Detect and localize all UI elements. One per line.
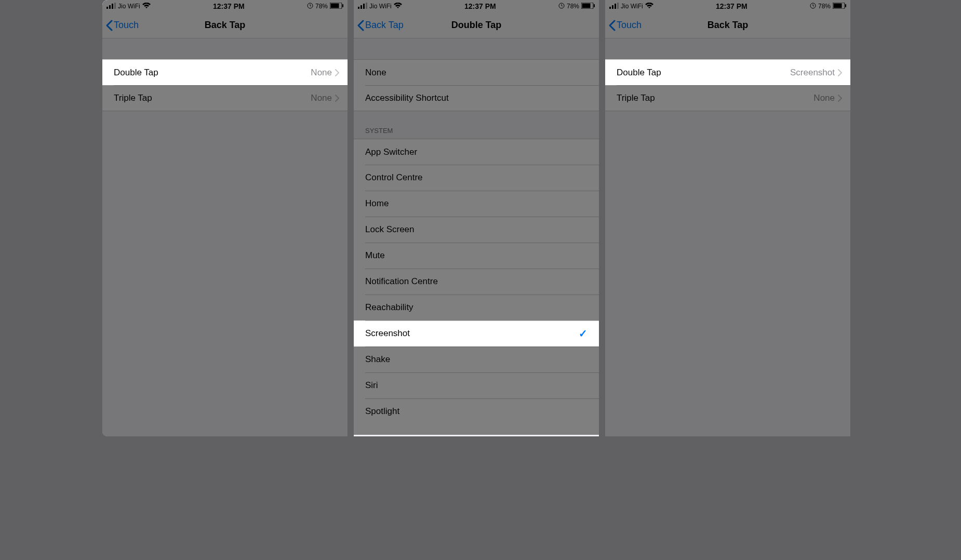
battery-icon (833, 3, 846, 10)
option-spotlight[interactable]: Spotlight (354, 398, 599, 424)
phone-screen-3: Jio WiFi 12:37 PM 78% (605, 0, 850, 436)
svg-rect-14 (582, 3, 591, 8)
back-button[interactable]: Touch (102, 20, 139, 31)
svg-rect-11 (366, 3, 367, 9)
svg-rect-16 (609, 7, 611, 9)
svg-rect-15 (594, 4, 595, 7)
svg-rect-19 (617, 3, 619, 9)
chevron-left-icon (357, 20, 364, 31)
status-time: 12:37 PM (464, 2, 496, 10)
option-label: Screenshot (365, 328, 410, 339)
row-label: Double Tap (617, 68, 661, 78)
checkmark-icon: ✓ (579, 327, 588, 340)
option-app-switcher[interactable]: App Switcher (354, 139, 599, 165)
battery-percent: 78% (818, 3, 831, 10)
svg-rect-3 (114, 3, 116, 9)
signal-icon (358, 3, 367, 10)
battery-icon (330, 3, 343, 10)
back-label: Touch (617, 20, 642, 31)
option-none[interactable]: None (354, 59, 599, 85)
row-value: Screenshot (790, 68, 835, 78)
row-label: Triple Tap (617, 93, 655, 103)
chevron-left-icon (105, 20, 113, 31)
option-label: Home (365, 198, 389, 209)
chevron-right-icon (838, 95, 842, 102)
chevron-right-icon (335, 69, 339, 76)
back-label: Touch (114, 20, 139, 31)
status-time: 12:37 PM (716, 2, 748, 10)
option-lock-screen[interactable]: Lock Screen (354, 217, 599, 243)
battery-percent: 78% (315, 3, 328, 10)
dim-overlay-top-2: Jio WiFi 12:37 PM 78% (354, 0, 599, 321)
svg-rect-17 (612, 5, 613, 9)
svg-rect-1 (109, 5, 111, 9)
option-mute[interactable]: Mute (354, 243, 599, 269)
page-title: Back Tap (102, 20, 348, 31)
row-triple-tap[interactable]: Triple Tap None (605, 85, 850, 111)
svg-rect-9 (361, 5, 362, 9)
option-label: Spotlight (365, 406, 399, 417)
battery-percent: 78% (567, 3, 579, 10)
section-header-system: SYSTEM (354, 111, 599, 139)
svg-rect-0 (106, 7, 108, 9)
row-label: Triple Tap (114, 93, 152, 103)
carrier-label: Jio WiFi (369, 3, 392, 10)
row-label: Double Tap (114, 68, 158, 78)
battery-icon (581, 3, 595, 10)
dim-overlay-bottom-3: Triple Tap None (605, 85, 850, 436)
option-screenshot[interactable]: Screenshot ✓ (354, 321, 599, 346)
option-label: Mute (365, 250, 385, 261)
option-notification-centre[interactable]: Notification Centre (354, 269, 599, 295)
back-button[interactable]: Touch (605, 20, 642, 31)
back-label: Back Tap (365, 20, 404, 31)
page-title: Back Tap (605, 20, 850, 31)
option-label: Accessibility Shortcut (365, 93, 449, 103)
wifi-icon (645, 3, 653, 10)
row-value: None (311, 93, 332, 103)
row-double-tap[interactable]: Double Tap Screenshot (605, 59, 850, 85)
phone-screen-2: Jio WiFi 12:37 PM 78% (354, 0, 599, 436)
option-accessibility-shortcut[interactable]: Accessibility Shortcut (354, 85, 599, 111)
option-label: Siri (365, 380, 378, 391)
chevron-left-icon (608, 20, 616, 31)
svg-rect-10 (363, 4, 365, 9)
chevron-right-icon (335, 95, 339, 102)
row-triple-tap[interactable]: Triple Tap None (102, 85, 348, 111)
svg-rect-6 (331, 3, 339, 8)
signal-icon (609, 3, 619, 10)
svg-rect-22 (834, 3, 842, 8)
nav-bar: Touch Back Tap (605, 12, 850, 38)
carrier-label: Jio WiFi (118, 3, 140, 10)
row-value: None (311, 68, 332, 78)
dim-overlay-top-3: Jio WiFi 12:37 PM 78% (605, 0, 850, 59)
wifi-icon (142, 3, 151, 10)
option-shake[interactable]: Shake (354, 346, 599, 372)
status-bar: Jio WiFi 12:37 PM 78% (102, 0, 348, 12)
alarm-icon (558, 3, 565, 10)
svg-rect-18 (615, 4, 616, 9)
row-double-tap[interactable]: Double Tap None (102, 59, 348, 85)
back-button[interactable]: Back Tap (354, 20, 404, 31)
option-home[interactable]: Home (354, 191, 599, 217)
dim-overlay-top: Jio WiFi 12:37 PM 78% (102, 0, 348, 59)
option-label: Reachability (365, 302, 413, 313)
svg-rect-23 (845, 4, 846, 7)
option-control-centre[interactable]: Control Centre (354, 165, 599, 191)
signal-icon (106, 3, 116, 10)
option-label: Control Centre (365, 172, 423, 183)
row-value: None (813, 93, 835, 103)
dim-overlay-bottom-2: Shake Siri Spotlight (354, 346, 599, 435)
wifi-icon (394, 3, 402, 10)
svg-rect-8 (358, 7, 359, 9)
nav-bar: Back Tap Double Tap (354, 12, 599, 38)
carrier-label: Jio WiFi (621, 3, 643, 10)
status-bar: Jio WiFi 12:37 PM 78% (354, 0, 599, 12)
alarm-icon (810, 3, 816, 10)
option-siri[interactable]: Siri (354, 372, 599, 398)
option-label: None (365, 68, 386, 78)
status-bar: Jio WiFi 12:37 PM 78% (605, 0, 850, 12)
option-reachability[interactable]: Reachability (354, 295, 599, 321)
svg-rect-7 (342, 4, 343, 7)
svg-rect-2 (112, 4, 113, 9)
option-label: App Switcher (365, 147, 417, 157)
